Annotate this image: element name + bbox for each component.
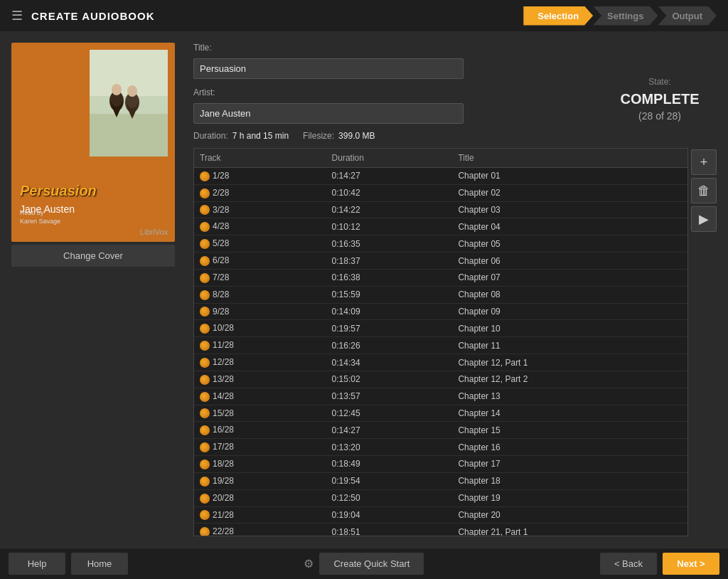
center-panel: Title: Artist: Duration: 7 h and 15 min … bbox=[193, 43, 603, 141]
track-number: 1/28 bbox=[194, 168, 326, 185]
track-duration: 0:13:57 bbox=[326, 388, 453, 405]
step-output[interactable]: Output bbox=[658, 6, 717, 26]
track-duration: 0:18:37 bbox=[326, 253, 453, 270]
play-track-button[interactable]: ▶ bbox=[691, 206, 717, 232]
table-row[interactable]: 17/28 0:13:20 Chapter 16 bbox=[194, 439, 687, 456]
track-duration: 0:14:27 bbox=[326, 168, 453, 185]
track-title: Chapter 12, Part 1 bbox=[452, 354, 687, 371]
track-number: 17/28 bbox=[194, 439, 326, 456]
track-duration: 0:16:38 bbox=[326, 269, 453, 286]
track-dot bbox=[200, 477, 210, 487]
step-settings[interactable]: Settings bbox=[593, 6, 658, 26]
track-duration: 0:18:51 bbox=[326, 524, 453, 536]
track-number: 7/28 bbox=[194, 269, 326, 286]
title-input[interactable] bbox=[193, 58, 464, 79]
duration-item: Duration: 7 h and 15 min bbox=[193, 131, 289, 141]
track-number: 2/28 bbox=[194, 184, 326, 201]
table-row[interactable]: 20/28 0:12:50 Chapter 19 bbox=[194, 489, 687, 506]
track-duration: 0:16:35 bbox=[326, 235, 453, 253]
track-title: Chapter 09 bbox=[452, 303, 687, 320]
artist-label: Artist: bbox=[193, 87, 603, 97]
track-title: Chapter 19 bbox=[452, 489, 687, 506]
track-duration: 0:12:45 bbox=[326, 405, 453, 422]
track-dot bbox=[200, 290, 210, 300]
track-title: Chapter 04 bbox=[452, 218, 687, 235]
meta-row: Duration: 7 h and 15 min Filesize: 399.0… bbox=[193, 131, 603, 141]
col-title: Title bbox=[452, 149, 687, 168]
bottom-bar: Help Home ⚙ Create Quick Start < Back Ne… bbox=[0, 548, 728, 579]
track-title: Chapter 14 bbox=[452, 405, 687, 422]
table-row[interactable]: 15/28 0:12:45 Chapter 14 bbox=[194, 405, 687, 422]
svg-rect-1 bbox=[90, 107, 168, 156]
add-icon: + bbox=[700, 155, 708, 170]
add-track-button[interactable]: + bbox=[691, 149, 717, 175]
table-row[interactable]: 6/28 0:18:37 Chapter 06 bbox=[194, 253, 687, 270]
track-number: 22/28 bbox=[194, 524, 326, 536]
step-selection[interactable]: Selection bbox=[523, 6, 593, 26]
table-row[interactable]: 9/28 0:14:09 Chapter 09 bbox=[194, 303, 687, 320]
track-duration: 0:14:27 bbox=[326, 422, 453, 439]
track-number: 10/28 bbox=[194, 320, 326, 337]
track-dot bbox=[200, 222, 210, 232]
track-number: 4/28 bbox=[194, 218, 326, 235]
track-dot bbox=[200, 171, 210, 181]
track-dot bbox=[200, 358, 210, 368]
track-duration: 0:19:04 bbox=[326, 506, 453, 524]
table-row[interactable]: 3/28 0:14:22 Chapter 03 bbox=[194, 201, 687, 218]
delete-track-button[interactable]: 🗑 bbox=[691, 178, 717, 203]
track-number: 8/28 bbox=[194, 286, 326, 303]
artist-input[interactable] bbox=[193, 103, 464, 124]
table-row[interactable]: 5/28 0:16:35 Chapter 05 bbox=[194, 235, 687, 253]
track-table-wrapper[interactable]: Track Duration Title 1/28 0:14:27 Chapte… bbox=[193, 148, 688, 536]
table-row[interactable]: 1/28 0:14:27 Chapter 01 bbox=[194, 168, 687, 185]
side-buttons: + 🗑 ▶ bbox=[691, 148, 717, 536]
track-number: 15/28 bbox=[194, 405, 326, 422]
state-value: COMPLETE bbox=[620, 91, 699, 107]
track-number: 21/28 bbox=[194, 506, 326, 524]
table-row[interactable]: 2/28 0:10:42 Chapter 02 bbox=[194, 184, 687, 201]
track-number: 6/28 bbox=[194, 253, 326, 270]
help-button[interactable]: Help bbox=[9, 553, 65, 575]
track-number: 20/28 bbox=[194, 489, 326, 506]
track-dot bbox=[200, 273, 210, 283]
state-label: State: bbox=[648, 77, 670, 87]
track-dot bbox=[200, 425, 210, 435]
track-duration: 0:19:57 bbox=[326, 320, 453, 337]
track-duration: 0:19:54 bbox=[326, 472, 453, 489]
table-row[interactable]: 12/28 0:14:34 Chapter 12, Part 1 bbox=[194, 354, 687, 371]
table-row[interactable]: 18/28 0:18:49 Chapter 17 bbox=[194, 456, 687, 473]
track-section: Track Duration Title 1/28 0:14:27 Chapte… bbox=[193, 148, 717, 536]
table-row[interactable]: 14/28 0:13:57 Chapter 13 bbox=[194, 388, 687, 405]
next-button[interactable]: Next > bbox=[663, 553, 719, 575]
table-row[interactable]: 16/28 0:14:27 Chapter 15 bbox=[194, 422, 687, 439]
table-row[interactable]: 4/28 0:10:12 Chapter 04 bbox=[194, 218, 687, 235]
table-row[interactable]: 11/28 0:16:26 Chapter 11 bbox=[194, 337, 687, 354]
track-title: Chapter 13 bbox=[452, 388, 687, 405]
filesize-value: 399.0 MB bbox=[338, 131, 375, 141]
table-row[interactable]: 21/28 0:19:04 Chapter 20 bbox=[194, 506, 687, 524]
track-number: 14/28 bbox=[194, 388, 326, 405]
track-title: Chapter 17 bbox=[452, 456, 687, 473]
back-button[interactable]: < Back bbox=[600, 553, 657, 575]
home-button[interactable]: Home bbox=[71, 553, 128, 575]
table-row[interactable]: 22/28 0:18:51 Chapter 21, Part 1 bbox=[194, 524, 687, 536]
table-row[interactable]: 13/28 0:15:02 Chapter 12, Part 2 bbox=[194, 371, 687, 388]
table-row[interactable]: 8/28 0:15:59 Chapter 08 bbox=[194, 286, 687, 303]
track-title: Chapter 20 bbox=[452, 506, 687, 524]
bottom-center: ⚙ Create Quick Start bbox=[134, 553, 594, 575]
menu-icon[interactable]: ☰ bbox=[11, 8, 23, 23]
track-dot bbox=[200, 392, 210, 402]
track-dot bbox=[200, 307, 210, 317]
table-row[interactable]: 19/28 0:19:54 Chapter 18 bbox=[194, 472, 687, 489]
track-number: 12/28 bbox=[194, 354, 326, 371]
change-cover-button[interactable]: Change Cover bbox=[11, 245, 175, 267]
book-cover: Persuasion Jane Austen Read byKaren Sava… bbox=[11, 43, 175, 242]
quick-start-button[interactable]: Create Quick Start bbox=[319, 553, 424, 575]
table-row[interactable]: 10/28 0:19:57 Chapter 10 bbox=[194, 320, 687, 337]
table-row[interactable]: 7/28 0:16:38 Chapter 07 bbox=[194, 269, 687, 286]
track-duration: 0:14:34 bbox=[326, 354, 453, 371]
track-number: 16/28 bbox=[194, 422, 326, 439]
play-icon: ▶ bbox=[699, 211, 709, 227]
track-duration: 0:15:59 bbox=[326, 286, 453, 303]
cover-image bbox=[90, 50, 168, 156]
